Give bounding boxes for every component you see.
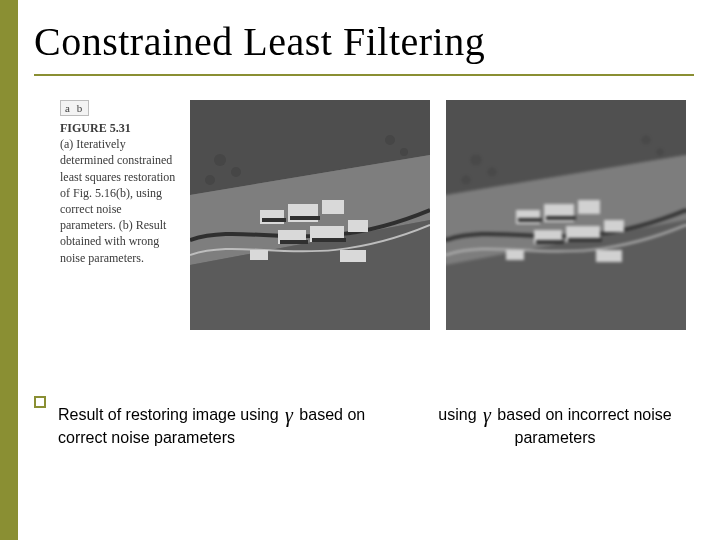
svg-rect-21 [446,100,686,330]
svg-point-40 [641,135,651,145]
svg-point-20 [400,148,408,156]
aerial-images-row [190,100,690,330]
slide: Constrained Least Filtering a b FIGURE 5… [0,0,720,540]
svg-point-19 [385,135,395,145]
svg-rect-34 [546,216,576,220]
svg-rect-13 [290,216,320,220]
svg-rect-33 [518,218,542,222]
svg-rect-26 [544,204,574,222]
svg-rect-29 [566,226,600,242]
svg-rect-35 [536,240,564,244]
svg-marker-24 [446,220,686,330]
svg-rect-10 [250,250,268,260]
svg-rect-6 [322,200,344,214]
gamma-symbol: γ [283,404,295,426]
svg-rect-32 [596,250,622,262]
aerial-image-incorrect [446,100,686,330]
svg-rect-12 [262,218,286,222]
figure-block: a b FIGURE 5.31 (a) Iteratively determin… [60,100,680,360]
svg-point-39 [461,175,471,185]
caption-incorrect-post: based on incorrect noise parameters [493,406,672,446]
svg-point-41 [656,148,664,156]
svg-point-18 [205,175,215,185]
svg-point-37 [470,154,482,166]
svg-rect-27 [578,200,600,214]
caption-correct: Result of restoring image using γ based … [58,400,388,449]
subfigure-key: a b [60,100,89,116]
figure-caption-side: FIGURE 5.31 (a) Iteratively determined c… [60,100,178,266]
caption-incorrect-pre: using [438,406,481,423]
svg-rect-14 [280,240,308,244]
svg-rect-30 [604,220,624,232]
svg-rect-9 [348,220,368,232]
svg-rect-11 [340,250,366,262]
slide-title: Constrained Least Filtering [34,18,485,65]
aerial-image-correct [190,100,430,330]
svg-rect-28 [534,230,562,244]
caption-correct-pre: Result of restoring image using [58,406,283,423]
figure-number: FIGURE 5.31 [60,120,178,136]
svg-marker-23 [446,155,686,265]
svg-rect-25 [516,210,540,224]
svg-rect-36 [568,238,602,242]
gamma-symbol: γ [481,404,493,426]
svg-marker-22 [446,100,686,195]
svg-point-16 [214,154,226,166]
title-underline [34,74,694,76]
svg-rect-15 [312,238,346,242]
svg-point-17 [231,167,241,177]
caption-incorrect: using γ based on incorrect noise paramet… [430,400,680,449]
svg-rect-31 [506,250,524,260]
bottom-captions: Result of restoring image using γ based … [0,392,720,512]
svg-point-38 [487,167,497,177]
